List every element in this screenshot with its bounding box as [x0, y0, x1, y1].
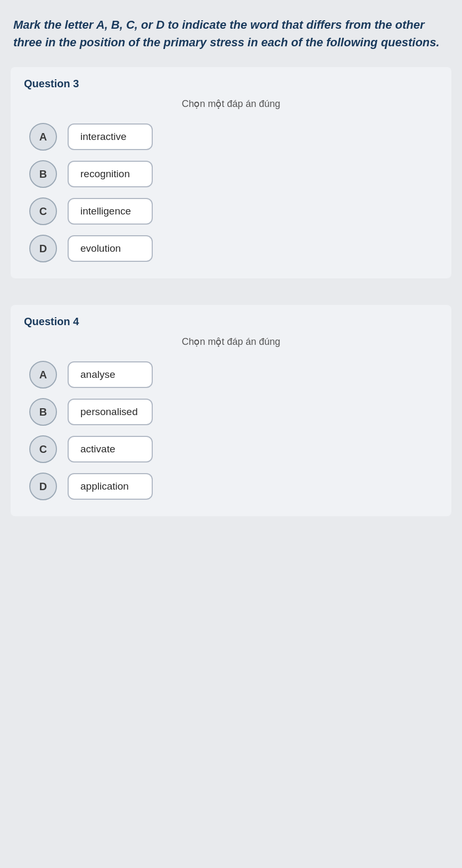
question-3-title: Question 3: [24, 78, 438, 90]
question-3-option-b[interactable]: Brecognition: [29, 160, 438, 188]
question-3-choose-label: Chọn một đáp án đúng: [24, 98, 438, 110]
question-3-option-d[interactable]: Devolution: [29, 235, 438, 262]
question-3-options-list: AinteractiveBrecognitionCintelligenceDev…: [24, 123, 438, 262]
question-4-option-circle-b: B: [29, 398, 57, 426]
question-4-option-circle-c: C: [29, 435, 57, 463]
question-4-choose-label: Chọn một đáp án đúng: [24, 336, 438, 348]
question-4-option-circle-d: D: [29, 473, 57, 500]
page-container: Mark the letter A, B, C, or D to indicat…: [0, 0, 462, 868]
question-4-option-b[interactable]: Bpersonalised: [29, 398, 438, 426]
question-4-option-word-b: personalised: [68, 399, 153, 425]
question-3-option-circle-d: D: [29, 235, 57, 262]
question-3-option-a[interactable]: Ainteractive: [29, 123, 438, 151]
question-3-option-word-d: evolution: [68, 235, 153, 262]
question-3-option-word-a: interactive: [68, 123, 153, 150]
question-4-options-list: AanalyseBpersonalisedCactivateDapplicati…: [24, 361, 438, 500]
question-3-option-word-c: intelligence: [68, 198, 153, 225]
question-4-option-word-c: activate: [68, 436, 153, 462]
question-4-option-c[interactable]: Cactivate: [29, 435, 438, 463]
question-3-option-word-b: recognition: [68, 161, 153, 187]
question-4-option-word-a: analyse: [68, 361, 153, 388]
instruction-text: Mark the letter A, B, C, or D to indicat…: [11, 16, 451, 51]
question-4: Question 4Chọn một đáp án đúngAanalyseBp…: [11, 305, 451, 516]
question-3-option-circle-b: B: [29, 160, 57, 188]
question-4-title: Question 4: [24, 316, 438, 328]
question-4-option-circle-a: A: [29, 361, 57, 388]
question-3-option-circle-c: C: [29, 197, 57, 225]
question-3-option-circle-a: A: [29, 123, 57, 151]
question-4-option-a[interactable]: Aanalyse: [29, 361, 438, 388]
question-4-option-word-d: application: [68, 473, 153, 500]
questions-container: Question 3Chọn một đáp án đúngAinteracti…: [11, 67, 451, 516]
question-3-option-c[interactable]: Cintelligence: [29, 197, 438, 225]
question-3: Question 3Chọn một đáp án đúngAinteracti…: [11, 67, 451, 278]
question-4-option-d[interactable]: Dapplication: [29, 473, 438, 500]
